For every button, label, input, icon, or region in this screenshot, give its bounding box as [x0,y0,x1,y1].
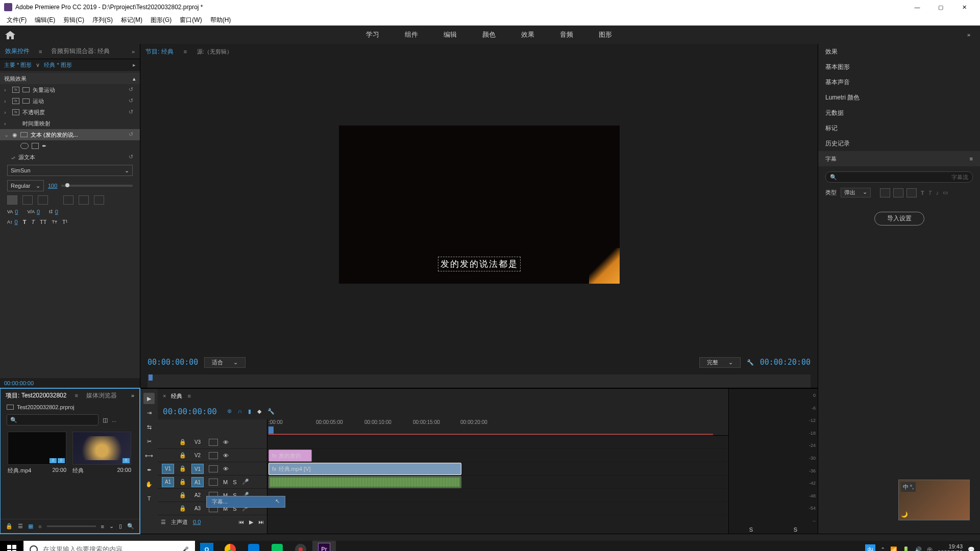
panel-markers[interactable]: 标记 [818,120,980,136]
snap-icon[interactable]: ❊ [227,408,232,415]
font-size-slider[interactable] [61,185,133,187]
ec-source-text[interactable]: ⌄◦源文本 [0,152,140,163]
tray-clock[interactable]: 19:432020/3/29 [938,543,963,551]
align-justify-right-button[interactable] [94,195,104,205]
track-header-v3[interactable]: 🔒V3👁 [158,436,267,449]
caption-type-select[interactable]: 弹出⌄ [841,188,871,197]
menu-sequence[interactable]: 序列(S) [88,15,117,26]
slip-tool[interactable]: ⟷ [143,450,155,461]
start-button[interactable] [0,541,23,551]
reset-icon[interactable] [129,109,136,116]
menu-help[interactable]: 帮助(H) [206,15,235,26]
taskbar-wechat[interactable] [265,541,289,551]
context-menu-captions[interactable]: 字幕...↖ [206,496,285,508]
tracking-input[interactable]: 0 [15,209,18,215]
ec-opacity[interactable]: ›fx不透明度 [0,107,140,118]
minimize-button[interactable]: — [905,0,929,14]
tray-notifications-icon[interactable]: 💬 [968,546,975,552]
taskbar-edge[interactable] [242,541,265,551]
time-ruler[interactable]: :00:00 00:00:05:00 00:00:10:00 00:00:15:… [267,419,728,436]
italic-button[interactable]: T [928,190,932,196]
music-note-icon[interactable]: ♪ [936,190,939,196]
pen-icon[interactable]: ✒ [42,143,46,149]
mic-icon[interactable]: 🎤 [182,546,189,552]
caption-text[interactable]: 发的发的说法都是 [438,257,521,271]
clip-audio[interactable] [268,476,461,488]
pen-tool[interactable]: ✒ [143,464,155,475]
reset-icon[interactable] [129,131,136,138]
captions-search-input[interactable]: 🔍字幕流 [825,171,973,183]
workspace-effects[interactable]: 效果 [521,30,534,39]
new-item-icon[interactable]: ▯ [119,523,122,530]
track-select-tool[interactable]: ⇥ [143,407,155,418]
tray-volume-icon[interactable]: 🔊 [915,546,922,552]
workspace-editing[interactable]: 编辑 [444,30,457,39]
bold-button[interactable]: T [921,190,924,196]
sequence-name[interactable]: 经典 [171,392,182,400]
tab-source[interactable]: 源:（无剪辑） [197,48,232,56]
track-header-v1[interactable]: V1🔒V1👁 [158,462,267,475]
menu-edit[interactable]: 编辑(E) [31,15,59,26]
lock-icon[interactable]: 🔒 [6,523,13,530]
baseline-input[interactable]: 0 [15,219,18,225]
panel-overflow-icon[interactable]: » [131,392,134,398]
insert-icon[interactable]: ◆ [257,408,261,415]
settings-icon[interactable]: 🔧 [747,359,754,366]
close-icon[interactable]: × [163,393,166,399]
track-header-a1[interactable]: A1🔒A1MS🎤 [158,475,267,489]
tab-program[interactable]: 节目: 经典 [145,47,174,56]
menu-markers[interactable]: 标记(M) [117,15,146,26]
edge-icon[interactable]: ▭ [943,189,948,196]
align-center-button[interactable] [22,195,33,205]
taskbar-premiere[interactable]: Pr [312,541,336,551]
workspace-color[interactable]: 颜色 [482,30,496,39]
clip-graphic[interactable]: fx发的发的 [268,449,312,462]
tray-overflow-icon[interactable]: ⌃ [880,546,885,552]
zoom-slider[interactable] [47,525,96,527]
reset-icon[interactable] [129,97,136,105]
clip-video[interactable]: fx经典.mp4 [V] [268,463,461,475]
import-settings-button[interactable]: 导入设置 [874,212,924,226]
timeline-timecode[interactable]: 00:00:00:00 [163,407,217,416]
workspace-audio[interactable]: 音频 [560,30,573,39]
workspace-learning[interactable]: 学习 [366,30,379,39]
track-content[interactable]: :00:00 00:00:05:00 00:00:10:00 00:00:15:… [267,419,728,534]
font-weight-select[interactable]: Regular⌄ [7,180,44,191]
link-icon[interactable]: ∩ [238,408,242,415]
align-right-button[interactable] [38,195,48,205]
workspace-graphics[interactable]: 图形 [599,30,612,39]
close-button[interactable]: ✕ [952,0,976,14]
caption-align-left[interactable] [880,188,890,197]
panel-effects[interactable]: 效果 [818,44,980,59]
sort-icon[interactable]: ≡ [101,523,104,530]
program-viewer[interactable]: 发的发的说法都是 [339,126,620,284]
find-icon[interactable]: 🔍 [127,523,134,530]
ec-video-effects-header[interactable]: 视频效果▴ [0,73,140,84]
tab-project[interactable]: 项目: Test2020032802 [6,391,66,400]
menu-file[interactable]: 文件(F) [3,15,31,26]
ec-time-remap[interactable]: ›时间重映射 [0,118,140,129]
wrench-icon[interactable]: 🔧 [267,408,275,415]
reset-icon[interactable] [129,154,136,161]
panel-essential-graphics[interactable]: 基本图形 [818,59,980,74]
tab-audio-mixer[interactable]: 音频剪辑混合器: 经典 [51,47,110,56]
align-justify-center-button[interactable] [79,195,89,205]
timecode-in[interactable]: 00:00:00:00 [148,358,198,367]
razor-tool[interactable]: ✂ [143,436,155,447]
tab-effect-controls[interactable]: 效果控件 [5,47,30,56]
taskbar-recorder[interactable] [289,541,312,551]
playhead-icon[interactable] [149,374,153,381]
taskbar-chrome[interactable] [218,541,242,551]
align-left-button[interactable] [7,195,17,205]
type-tool[interactable]: T [143,493,155,504]
panel-essential-sound[interactable]: 基本声音 [818,74,980,90]
hand-tool[interactable]: ✋ [143,479,155,490]
ec-motion[interactable]: ›fx运动 [0,95,140,107]
bin-item[interactable]: ▯▯ 经典.mp420:00 [8,432,66,515]
list-view-icon[interactable]: ☰ [18,523,23,530]
track-header-v2[interactable]: 🔒V2👁 [158,449,267,462]
tray-wifi-icon[interactable]: 📶 [890,546,897,552]
home-icon[interactable] [5,30,15,39]
allcaps-button[interactable]: TT [40,219,46,225]
tray-battery-icon[interactable]: 🔋 [902,546,910,552]
